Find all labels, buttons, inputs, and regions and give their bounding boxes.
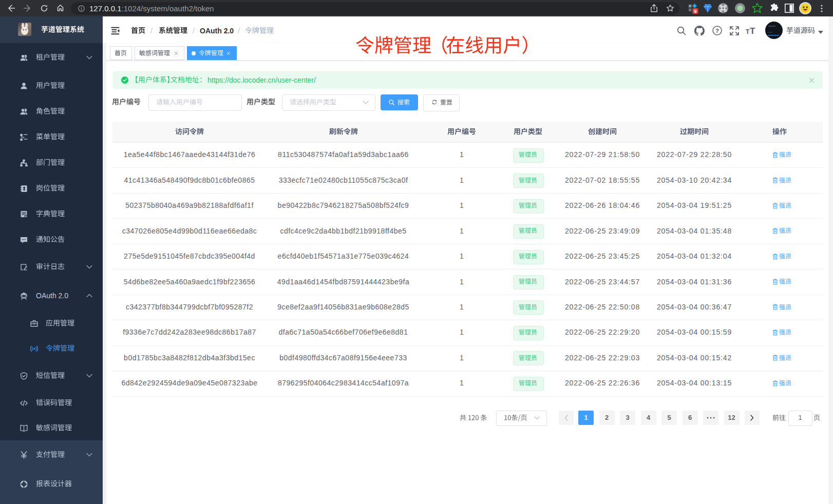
- svg-text:?: ?: [715, 28, 719, 34]
- svg-text:T: T: [750, 26, 755, 35]
- svg-text:T: T: [746, 28, 750, 35]
- svg-text:9: 9: [694, 9, 696, 14]
